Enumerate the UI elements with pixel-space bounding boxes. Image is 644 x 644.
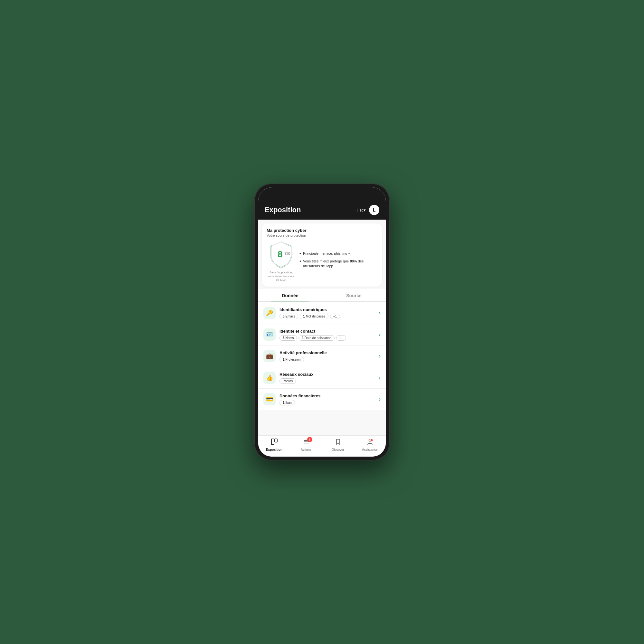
row-activite-tags: 1 Profession: [279, 357, 375, 362]
avatar[interactable]: L: [369, 205, 379, 215]
protection-card-body: 8 /10 Sans l'application, vous auriez un…: [267, 241, 377, 282]
bullet-protection: • Vous êtes mieux protégé que 80% des ut…: [299, 259, 377, 269]
row-identite-tags: 3 Noms 1 Date de naissance +1: [279, 335, 375, 341]
briefcase-icon: 💼: [263, 350, 276, 362]
tabs: Donnée Source: [258, 289, 386, 302]
data-section: 🔑 Identifiants numériques 3 Emails 1 Mot…: [258, 302, 386, 410]
bullet-threat: • Principale menace: phishing→: [299, 251, 377, 256]
tag-iban: 1 Iban: [279, 400, 295, 405]
bottom-nav: Exposition 5 Actions: [258, 435, 386, 457]
tab-donnee[interactable]: Donnée: [258, 289, 322, 301]
nav-assistance-label: Assistance: [362, 448, 377, 451]
nav-actions[interactable]: 5 Actions: [290, 438, 322, 451]
nav-actions-label: Actions: [301, 448, 311, 451]
row-activite[interactable]: 💼 Activité professionnelle 1 Profession …: [258, 346, 386, 367]
assistance-icon: !: [366, 438, 374, 447]
protection-card-subtitle: Votre score de protection: [267, 233, 377, 237]
shield-note: Sans l'application, vous auriez un score…: [267, 271, 296, 282]
svg-rect-3: [275, 439, 277, 442]
tab-source[interactable]: Source: [322, 289, 386, 301]
row-identifiants-tags: 3 Emails 1 Mot de passe +1: [279, 314, 375, 319]
app-header: Exposition FR ▾ L: [258, 202, 386, 220]
tag-emails: 3 Emails: [279, 314, 298, 319]
row-financier[interactable]: 💳 Données financières 1 Iban ›: [258, 389, 386, 410]
svg-text:!: !: [371, 440, 371, 441]
phone-frame: Exposition FR ▾ L Ma protection cyber Vo…: [254, 184, 390, 460]
row-reseaux[interactable]: 👍 Réseaux sociaux Photos ›: [258, 367, 386, 389]
phishing-link[interactable]: phishing→: [334, 251, 351, 255]
svg-text:/10: /10: [285, 251, 290, 256]
tag-more-1: +1: [330, 314, 340, 319]
nav-exposition[interactable]: Exposition: [258, 438, 290, 451]
tag-password: 1 Mot de passe: [300, 314, 328, 319]
id-card-icon: 🪪: [263, 328, 276, 341]
phone-screen: Exposition FR ▾ L Ma protection cyber Vo…: [258, 187, 386, 457]
notch: [301, 187, 343, 196]
row-identite-title: Identité et contact: [279, 329, 375, 334]
chevron-right-icon-3: ›: [379, 353, 381, 359]
language-selector[interactable]: FR ▾: [357, 208, 366, 213]
shield-container: 8 /10 Sans l'application, vous auriez un…: [267, 241, 296, 282]
tag-birthdate: 1 Date de naissance: [298, 335, 334, 341]
exposition-icon: [271, 438, 278, 447]
actions-badge: 5: [307, 437, 312, 442]
nav-discover-label: Discover: [332, 448, 344, 451]
protection-card: Ma protection cyber Votre score de prote…: [262, 223, 382, 287]
main-content: Ma protection cyber Votre score de prote…: [258, 220, 386, 435]
chevron-right-icon-2: ›: [379, 332, 381, 337]
protection-card-title: Ma protection cyber: [267, 228, 377, 233]
chevron-right-icon-4: ›: [379, 375, 381, 381]
svg-text:8: 8: [278, 249, 283, 259]
row-reseaux-content: Réseaux sociaux Photos: [279, 372, 375, 384]
discover-icon: [335, 438, 342, 447]
bottom-padding: [258, 410, 386, 415]
chevron-right-icon-5: ›: [379, 396, 381, 402]
shield-score: 8 /10: [268, 241, 294, 269]
row-identite[interactable]: 🪪 Identité et contact 3 Noms 1 Date de n…: [258, 324, 386, 346]
protection-bullets: • Principale menace: phishing→ • Vous êt…: [299, 251, 377, 271]
row-identifiants-content: Identifiants numériques 3 Emails 1 Mot d…: [279, 307, 375, 319]
chevron-right-icon: ›: [379, 310, 381, 316]
tag-more-2: +1: [336, 335, 346, 341]
page-title: Exposition: [265, 206, 301, 214]
thumbsup-icon: 👍: [263, 372, 276, 384]
header-right: FR ▾ L: [357, 205, 379, 215]
row-financier-tags: 1 Iban: [279, 400, 375, 405]
row-identifiants[interactable]: 🔑 Identifiants numériques 3 Emails 1 Mot…: [258, 302, 386, 324]
key-icon: 🔑: [263, 307, 276, 319]
tag-photos: Photos: [279, 378, 296, 384]
nav-assistance[interactable]: ! Assistance: [354, 438, 386, 451]
tag-noms: 3 Noms: [279, 335, 297, 341]
row-activite-content: Activité professionnelle 1 Profession: [279, 350, 375, 362]
actions-icon: 5: [303, 438, 310, 447]
row-reseaux-title: Réseaux sociaux: [279, 372, 375, 377]
svg-rect-2: [271, 439, 274, 445]
row-identite-content: Identité et contact 3 Noms 1 Date de nai…: [279, 329, 375, 341]
nav-exposition-label: Exposition: [266, 448, 282, 451]
chevron-down-icon: ▾: [364, 208, 366, 213]
row-reseaux-tags: Photos: [279, 378, 375, 384]
tag-profession: 1 Profession: [279, 357, 304, 362]
row-identifiants-title: Identifiants numériques: [279, 307, 375, 312]
row-financier-title: Données financières: [279, 393, 375, 398]
credit-card-icon: 💳: [263, 393, 276, 405]
lang-label: FR: [357, 208, 363, 213]
row-activite-title: Activité professionnelle: [279, 350, 375, 355]
row-financier-content: Données financières 1 Iban: [279, 393, 375, 405]
nav-discover[interactable]: Discover: [322, 438, 354, 451]
